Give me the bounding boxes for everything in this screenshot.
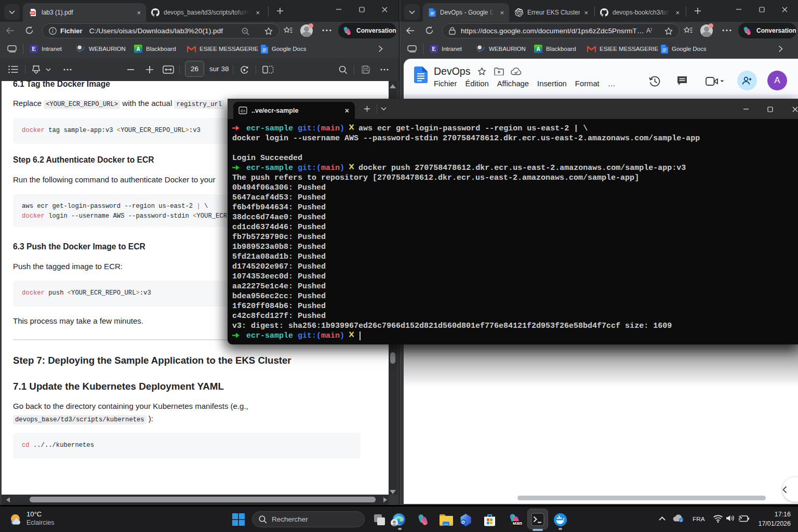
svg-text:PDF: PDF [30,12,35,15]
svg-text:A: A [136,46,140,52]
svg-text:C:\: C:\ [241,109,245,113]
svg-text:E: E [432,46,436,52]
svg-text:A: A [536,46,540,52]
svg-text:i: i [681,518,682,522]
svg-text:E: E [32,46,36,52]
